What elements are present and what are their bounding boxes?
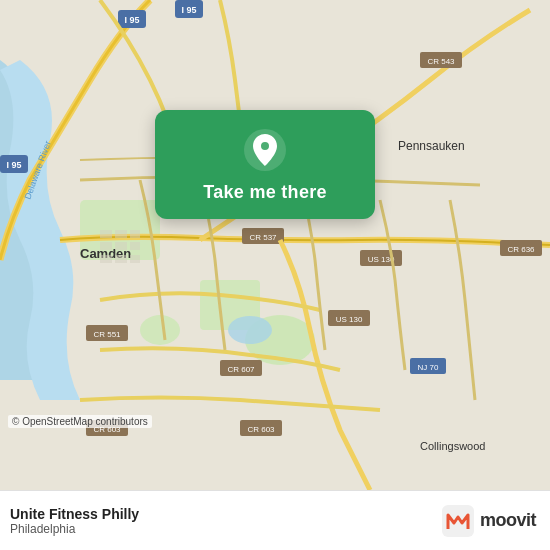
bottom-bar: Unite Fitness Philly Philadelphia moovit	[0, 490, 550, 550]
svg-point-4	[140, 315, 180, 345]
location-pin-icon	[243, 128, 287, 172]
map-container: I 95 I 95 CR 537 US 130 US 130 CR 543 NJ…	[0, 0, 550, 490]
svg-text:Collingswood: Collingswood	[420, 440, 485, 452]
moovit-brand-text: moovit	[480, 510, 536, 531]
svg-rect-37	[115, 230, 127, 238]
moovit-icon	[442, 505, 474, 537]
svg-text:CR 551: CR 551	[93, 330, 121, 339]
svg-rect-44	[130, 255, 140, 263]
svg-rect-41	[130, 242, 140, 250]
svg-rect-40	[130, 230, 140, 238]
place-city: Philadelphia	[10, 522, 139, 536]
svg-text:CR 603: CR 603	[247, 425, 275, 434]
take-me-there-button[interactable]: Take me there	[155, 110, 375, 219]
svg-text:I 95: I 95	[124, 15, 139, 25]
svg-text:CR 543: CR 543	[427, 57, 455, 66]
moovit-logo: moovit	[442, 505, 536, 537]
svg-rect-38	[100, 242, 112, 250]
svg-text:CR 636: CR 636	[507, 245, 535, 254]
svg-rect-39	[115, 242, 127, 250]
place-name: Unite Fitness Philly	[10, 506, 139, 522]
cta-label: Take me there	[203, 182, 327, 203]
svg-text:I 95: I 95	[181, 5, 196, 15]
place-info: Unite Fitness Philly Philadelphia	[10, 506, 139, 536]
svg-text:US 130: US 130	[336, 315, 363, 324]
svg-text:CR 537: CR 537	[249, 233, 277, 242]
svg-text:I 95: I 95	[6, 160, 21, 170]
svg-rect-42	[100, 255, 112, 263]
map-attribution: © OpenStreetMap contributors	[8, 415, 152, 428]
svg-rect-36	[100, 230, 112, 238]
svg-rect-43	[115, 255, 127, 263]
svg-text:NJ 70: NJ 70	[418, 363, 439, 372]
svg-text:Pennsauken: Pennsauken	[398, 139, 465, 153]
svg-text:CR 607: CR 607	[227, 365, 255, 374]
svg-point-35	[228, 316, 272, 344]
